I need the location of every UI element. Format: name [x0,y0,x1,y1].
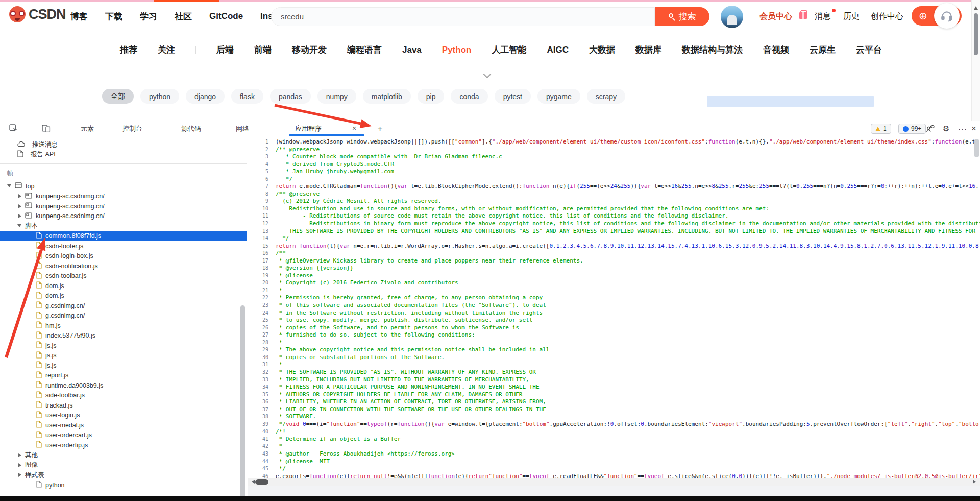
devtools-tab-控制台[interactable]: 控制台 [122,121,142,136]
filter-pill-全部[interactable]: 全部 [102,89,134,104]
tab-后端[interactable]: 后端 [216,44,234,56]
tab-大数据[interactable]: 大数据 [589,44,615,56]
device-toolbar-icon[interactable] [42,124,51,133]
tree-item-[interactable]: 图像 [0,460,247,470]
tab-数据库[interactable]: 数据库 [635,44,662,56]
chevron-down-icon[interactable] [482,70,494,78]
scroll-up-arrow-icon[interactable] [974,4,978,10]
page-scrollbar-thumb[interactable] [974,13,978,55]
chevron-collapsed-icon[interactable] [18,453,23,457]
tab-编程语言[interactable]: 编程语言 [347,44,382,56]
tree-item-js.js[interactable]: js.js [0,341,247,351]
chevron-collapsed-icon[interactable] [18,214,23,218]
filter-pill-pandas[interactable]: pandas [270,89,311,104]
tree-item-g.csdnimg.cn[interactable]: g.csdnimg.cn/ [0,301,247,311]
devtools-close-icon[interactable]: × [971,121,976,136]
tree-item-report.js[interactable]: report.js [0,371,247,381]
tree-item-side-toolbar.js[interactable]: side-toolbar.js [0,391,247,401]
gift-icon[interactable] [799,12,807,19]
tab-AIGC[interactable]: AIGC [547,45,569,55]
chevron-collapsed-icon[interactable] [18,204,23,208]
nav-item-社区[interactable]: 社区 [175,11,192,22]
filter-pill-conda[interactable]: conda [451,89,487,104]
page-scrollbar[interactable] [971,0,980,121]
sidebar-scrollbar-thumb[interactable] [240,305,245,497]
inspect-element-icon[interactable] [9,124,18,133]
code-vertical-scrollbar-thumb[interactable] [974,139,979,157]
history-link[interactable]: 历史 [843,11,860,22]
search-input[interactable] [271,7,655,26]
tree-item-user-login.js[interactable]: user-login.js [0,411,247,421]
filter-pill-flask[interactable]: flask [231,89,263,104]
tree-item-runtime.da9003b9.js[interactable]: runtime.da9003b9.js [0,380,247,391]
sidebar-item-推送消息[interactable]: 推送消息 [0,140,247,150]
csdn-logo[interactable]: CSDN [9,6,66,22]
tree-item-dom.js[interactable]: dom.js [0,281,247,291]
tree-item-python[interactable]: python [0,480,247,490]
filter-pill-scrapy[interactable]: scrapy [587,89,625,104]
tree-item-csdn-notification.js[interactable]: csdn-notification.js [0,261,247,271]
devtools-tab-网络[interactable]: 网络 [236,121,249,136]
tree-item-top[interactable]: top [0,181,247,192]
tree-item-user-ordertip.js[interactable]: user-ordertip.js [0,440,247,450]
messages-link[interactable]: 消息 [815,11,831,22]
code-horizontal-scrollbar[interactable] [248,478,980,486]
tree-item-common.8f08f7fd.js[interactable]: common.8f08f7fd.js [0,231,247,242]
nav-item-学习[interactable]: 学习 [140,11,157,22]
tab-音视频[interactable]: 音视频 [763,44,789,56]
tree-item-kunpeng-sc.csdnimg.cn[interactable]: kunpeng-sc.csdnimg.cn/ [0,201,247,211]
settings-gear-icon[interactable]: ⚙ [943,121,949,136]
nav-item-下载[interactable]: 下载 [105,11,122,22]
search-button[interactable]: 搜索 [655,7,709,26]
devtools-tab-源代码[interactable]: 源代码 [181,121,201,136]
tab-云原生[interactable]: 云原生 [810,44,836,56]
tab-推荐[interactable]: 推荐 [120,44,137,56]
customer-service-headset-icon[interactable] [934,3,960,29]
tree-item-[interactable]: 样式表 [0,470,247,481]
tree-item-hm.js[interactable]: hm.js [0,321,247,331]
tab-Java[interactable]: Java [402,45,422,55]
tree-item-csdn-toolbar.js[interactable]: csdn-toolbar.js [0,271,247,281]
tab-数据结构与算法[interactable]: 数据结构与算法 [682,44,743,56]
tree-item-js.js[interactable]: js.js [0,361,247,371]
tree-item-dom.js[interactable]: dom.js [0,291,247,301]
warnings-badge[interactable]: 1 [871,124,891,134]
chevron-expanded-icon[interactable] [17,224,21,229]
filter-pill-matplotlib[interactable]: matplotlib [363,89,411,104]
member-center-link[interactable]: 会员中心 [760,11,792,22]
close-tab-icon[interactable]: × [352,121,356,136]
filter-pill-python[interactable]: python [140,89,179,104]
tab-前端[interactable]: 前端 [254,44,272,56]
tree-item-index.53775f90.js[interactable]: index.53775f90.js [0,331,247,341]
more-options-icon[interactable]: ··· [958,121,967,136]
filter-pill-django[interactable]: django [186,89,225,104]
add-tab-icon[interactable]: ＋ [376,121,384,136]
filter-pill-pygame[interactable]: pygame [537,89,580,104]
tree-item-kunpeng-sc.csdnimg.cn[interactable]: kunpeng-sc.csdnimg.cn/ [0,192,247,202]
nav-item-GitCode[interactable]: GitCode [209,11,243,21]
tree-item-g.csdnimg.cn[interactable]: g.csdnimg.cn/ [0,311,247,321]
tree-item-js.js[interactable]: js.js [0,351,247,361]
tab-Python[interactable]: Python [442,45,472,55]
devtools-tab-应用程序[interactable]: 应用程序 [295,121,322,136]
scroll-left-arrow-icon[interactable] [250,480,255,484]
horizontal-scrollbar-thumb[interactable] [255,479,268,485]
tab-关注[interactable]: 关注 [158,44,175,56]
tree-item-csdn-footer.js[interactable]: csdn-footer.js [0,241,247,251]
filter-pill-numpy[interactable]: numpy [317,89,356,104]
messages-badge[interactable]: 99+ [898,124,926,134]
tree-item-user-ordercart.js[interactable]: user-ordercart.js [0,431,247,441]
avatar[interactable] [721,6,743,28]
tree-item-[interactable]: 脚本 [0,221,247,231]
chevron-expanded-icon[interactable] [7,184,11,189]
tree-item-trackad.js[interactable]: trackad.js [0,400,247,411]
tab-人工智能[interactable]: 人工智能 [492,44,526,56]
tab-云平台[interactable]: 云平台 [856,44,882,56]
chevron-collapsed-icon[interactable] [18,463,23,467]
tree-item-kunpeng-sc.csdnimg.cn[interactable]: kunpeng-sc.csdnimg.cn/ [0,211,247,222]
tree-item-user-medal.js[interactable]: user-medal.js [0,420,247,431]
sidebar-item-报告 API[interactable]: 报告 API [0,150,247,159]
feedback-icon[interactable] [926,125,935,134]
nav-item-博客[interactable]: 博客 [70,11,88,22]
filter-pill-pip[interactable]: pip [418,89,445,104]
